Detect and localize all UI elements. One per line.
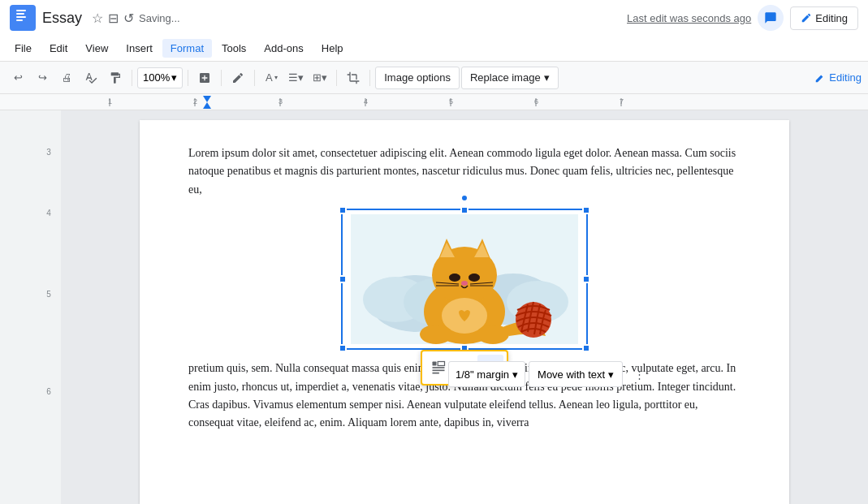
svg-marker-18 <box>203 102 211 109</box>
toolbar-sep-4 <box>254 70 255 86</box>
svg-text:4: 4 <box>364 97 368 106</box>
menu-file[interactable]: File <box>6 39 40 58</box>
menu-tools[interactable]: Tools <box>214 39 254 58</box>
star-icon[interactable]: ☆ <box>92 11 103 26</box>
svg-text:7: 7 <box>620 97 624 106</box>
highlight-color-button[interactable]: A▾ <box>260 67 283 89</box>
toolbar-sep-1 <box>132 70 132 86</box>
margin-dropdown[interactable]: 1/8" margin ▾ <box>448 361 525 387</box>
app-icon <box>10 5 36 31</box>
add-button[interactable] <box>193 67 216 89</box>
zoom-dropdown-icon: ▾ <box>171 71 177 84</box>
text-before: Lorem ipsum dolor sit amet, consectetuer… <box>188 144 741 199</box>
editing-status-label: Editing <box>829 71 862 84</box>
move-with-text-dropdown-icon: ▾ <box>608 368 614 381</box>
replace-image-label: Replace image <box>470 71 541 84</box>
svg-text:3: 3 <box>46 148 51 157</box>
edit-image-button[interactable] <box>227 67 249 89</box>
zoom-value: 100% <box>143 71 170 84</box>
replace-image-dropdown-icon: ▾ <box>544 71 550 84</box>
svg-rect-2 <box>16 16 26 18</box>
main-area: 3 4 5 6 Lorem ipsum dolor sit amet, cons… <box>0 110 868 504</box>
image-options-button[interactable]: Image options <box>375 67 460 89</box>
print-button[interactable]: 🖨 <box>55 67 78 89</box>
toolbar-sep-5 <box>336 70 337 86</box>
more-options-button[interactable]: ⋮ <box>626 361 652 387</box>
svg-text:4: 4 <box>46 209 51 218</box>
toolbar-sep-6 <box>369 70 370 86</box>
handle-top-right[interactable] <box>582 206 590 214</box>
editing-button[interactable]: Editing <box>790 6 858 30</box>
margin-label: 1/8" margin <box>456 368 509 381</box>
menu-help[interactable]: Help <box>313 39 352 58</box>
svg-text:6: 6 <box>534 97 538 106</box>
handle-middle-left[interactable] <box>339 275 347 283</box>
handle-top-left[interactable] <box>339 206 347 214</box>
svg-text:5: 5 <box>46 290 51 299</box>
rotate-handle[interactable] <box>460 194 469 202</box>
border-button[interactable]: ☰▾ <box>284 67 307 89</box>
doc-title: Essay <box>42 10 82 27</box>
move-with-text-label: Move with text <box>538 368 605 381</box>
svg-point-44 <box>420 325 452 344</box>
ruler-inner: 1 2 3 4 5 6 7 <box>61 94 868 110</box>
svg-text:5: 5 <box>449 97 453 106</box>
document-page: Lorem ipsum dolor sit amet, consectetuer… <box>140 120 789 504</box>
menu-format[interactable]: Format <box>162 39 212 58</box>
svg-rect-48 <box>433 367 445 368</box>
cat-image <box>343 210 586 348</box>
svg-rect-49 <box>433 370 445 372</box>
saving-text: Saving... <box>139 12 180 24</box>
svg-rect-51 <box>438 362 444 366</box>
editing-status: Editing <box>814 71 862 84</box>
table-button[interactable]: ⊞▾ <box>309 67 331 89</box>
svg-text:3: 3 <box>279 97 283 106</box>
selected-image[interactable] <box>341 209 588 350</box>
margin-dropdown-icon: ▾ <box>512 368 518 381</box>
wrap-controls: 1/8" margin ▾ Move with text ▾ ⋮ <box>448 361 868 387</box>
comment-icon[interactable] <box>758 5 784 31</box>
toolbar-sep-3 <box>221 70 222 86</box>
svg-text:1: 1 <box>108 97 112 106</box>
svg-rect-0 <box>16 10 26 11</box>
svg-rect-3 <box>16 19 23 21</box>
svg-text:2: 2 <box>193 97 197 106</box>
menu-addons[interactable]: Add-ons <box>256 39 311 58</box>
toolbar-sep-2 <box>188 70 188 86</box>
title-icons: ☆ ⊟ ↺ Saving... <box>92 11 180 26</box>
move-with-text-button[interactable]: Move with text ▾ <box>529 361 623 387</box>
svg-point-38 <box>461 281 468 286</box>
menu-view[interactable]: View <box>77 39 116 58</box>
left-sidebar: 3 4 5 6 <box>0 110 61 504</box>
menu-edit[interactable]: Edit <box>41 39 76 58</box>
cloud-icon[interactable]: ↺ <box>123 11 134 26</box>
zoom-control[interactable]: 100% ▾ <box>137 67 183 88</box>
svg-text:6: 6 <box>46 387 51 396</box>
last-edit-text[interactable]: Last edit was seconds ago <box>627 12 751 24</box>
paint-format-button[interactable] <box>104 67 127 89</box>
ruler: 1 2 3 4 5 6 7 <box>0 94 868 110</box>
redo-button[interactable]: ↪ <box>31 67 54 89</box>
image-options-label: Image options <box>384 71 451 84</box>
menu-bar: File Edit View Insert Format Tools Add-o… <box>0 36 868 62</box>
handle-top-center[interactable] <box>460 206 469 214</box>
document-area: Lorem ipsum dolor sit amet, consectetuer… <box>61 110 868 504</box>
toolbar: ↩ ↪ 🖨 100% ▾ A▾ ☰▾ ⊞▾ Image options Repl… <box>0 62 868 94</box>
svg-rect-1 <box>16 13 24 15</box>
handle-middle-right[interactable] <box>582 275 590 283</box>
svg-rect-50 <box>433 373 439 374</box>
menu-insert[interactable]: Insert <box>118 39 161 58</box>
crop-button[interactable] <box>342 67 365 89</box>
spellcheck-button[interactable] <box>80 67 102 89</box>
title-bar: Essay ☆ ⊟ ↺ Saving... Last edit was seco… <box>0 0 868 36</box>
svg-marker-19 <box>203 96 211 102</box>
handle-bottom-right[interactable] <box>582 344 590 352</box>
replace-image-button[interactable]: Replace image ▾ <box>461 67 559 89</box>
handle-bottom-left[interactable] <box>339 344 347 352</box>
svg-rect-47 <box>433 362 437 366</box>
image-container[interactable]: 1/8" margin ▾ Move with text ▾ ⋮ <box>188 209 741 350</box>
folder-icon[interactable]: ⊟ <box>108 11 119 26</box>
editing-label: Editing <box>815 12 848 24</box>
undo-button[interactable]: ↩ <box>6 67 29 89</box>
